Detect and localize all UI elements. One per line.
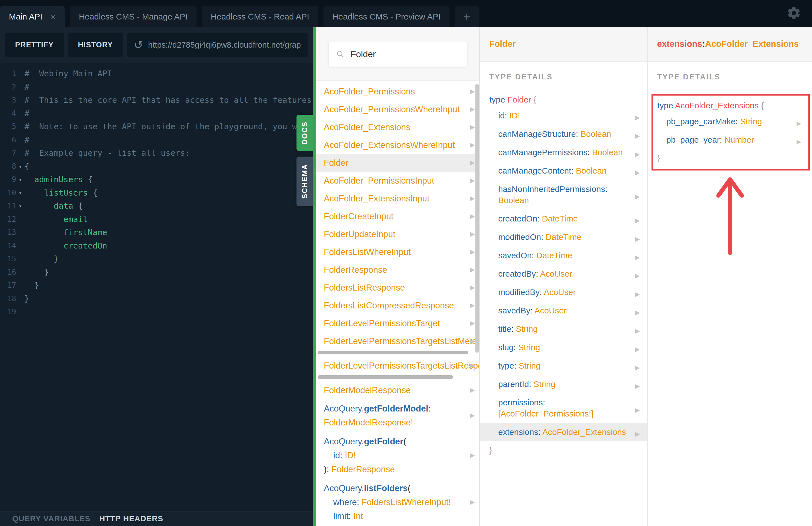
type-list-item[interactable]: FolderUpdateInput▶ [316, 225, 479, 243]
code-segment: AcoQuery. [324, 483, 364, 493]
code-segment: String [516, 324, 538, 334]
type-list-item[interactable]: FolderLevelPermissionsTarget▶ [316, 315, 479, 332]
type-list-item[interactable]: FolderLevelPermissionsTargetsListMeta▶ [316, 332, 479, 350]
refresh-icon[interactable]: ↺ [134, 39, 143, 50]
type-list-item[interactable]: FoldersListWhereInput▶ [316, 243, 479, 261]
type-field-row[interactable]: createdOn: DateTime▶ [480, 209, 647, 228]
code-segment: : [505, 111, 509, 120]
list-item-line: AcoQuery.getFolder( [324, 435, 467, 449]
fold-arrow-icon[interactable]: ▾ [16, 173, 25, 186]
list-item-line: FolderCreateInput [324, 211, 467, 221]
type-open-line: type Folder { [489, 94, 647, 105]
type-list-item[interactable]: FolderCreateInput▶ [316, 207, 479, 225]
fold-gutter [16, 93, 25, 107]
type-list-item[interactable]: AcoFolder_ExtensionsInput▶ [316, 190, 479, 207]
code-segment: : [605, 185, 608, 194]
prettify-button[interactable]: PRETTIFY [5, 33, 64, 57]
type-field-row[interactable]: type: String▶ [480, 356, 647, 375]
graphql-tab[interactable]: Headless CMS - Read API [202, 6, 318, 27]
query-variables-tab[interactable]: QUERY VARIABLES [12, 514, 90, 523]
type-field-row[interactable]: canManageContent: Boolean▶ [480, 162, 647, 180]
close-icon[interactable]: × [50, 12, 56, 21]
http-headers-tab[interactable]: HTTP HEADERS [100, 514, 163, 523]
type-list-item[interactable]: AcoFolder_Permissions▶ [316, 83, 479, 101]
type-list-item[interactable]: AcoQuery.listFolders(where: FoldersListW… [316, 479, 479, 526]
chevron-right-icon: ▶ [470, 249, 475, 255]
type-list-item[interactable]: AcoFolder_PermissionsWhereInput▶ [316, 101, 479, 118]
chevron-right-icon: ▶ [797, 136, 801, 147]
horizontal-scrollbar[interactable] [318, 351, 468, 354]
type-list-item[interactable]: FoldersListCompressedResponse▶ [316, 297, 479, 315]
gear-icon[interactable] [786, 5, 801, 20]
chevron-right-icon: ▶ [470, 302, 475, 309]
type-field-row[interactable]: title: String▶ [480, 320, 647, 338]
endpoint-url-field[interactable]: ↺ [127, 33, 308, 57]
chevron-right-icon: ▶ [635, 191, 640, 202]
type-field-row[interactable]: permissions: [AcoFolder_Permissions!]▶ [480, 393, 647, 423]
type-field-row[interactable]: canManagePermissions: Boolean▶ [480, 143, 647, 162]
editor-line: 12 email [0, 213, 313, 226]
type-field-row[interactable]: canManageStructure: Boolean▶ [480, 125, 647, 143]
schema-side-tab[interactable]: SCHEMA [296, 157, 313, 206]
fold-arrow-icon[interactable]: ▾ [16, 160, 25, 173]
type-list-item[interactable]: AcoFolder_PermissionsInput▶ [316, 172, 479, 190]
type-list-item[interactable]: FolderLevelPermissionsTargetsListRespons… [316, 357, 479, 375]
type-list-item[interactable]: AcoQuery.getFolder(id: ID!): FolderRespo… [316, 432, 479, 479]
list-item-line: AcoQuery.getFolderModel: [324, 402, 467, 416]
code-segment: Boolean [576, 166, 607, 175]
type-field-row[interactable]: modifiedBy: AcoUser▶ [480, 283, 647, 302]
query-editor[interactable]: 1# Webiny Main API2#3# This is the core … [0, 63, 313, 511]
code-segment: title [498, 324, 511, 334]
type-field-row[interactable]: parentId: String▶ [480, 375, 647, 393]
docs-search-area [316, 27, 479, 81]
type-field-row[interactable]: hasNonInheritedPermissions: Boolean▶ [480, 180, 647, 209]
type-list-item[interactable]: AcoFolder_ExtensionsWhereInput▶ [316, 136, 479, 154]
editor-bottom-bar: QUERY VARIABLES HTTP HEADERS [0, 511, 313, 526]
chevron-right-icon: ▶ [470, 284, 475, 291]
code-segment: Folder [324, 158, 348, 168]
graphql-tab[interactable]: Headless CMS - Manage API [70, 6, 197, 27]
code-segment: FolderLevelPermissionsTarget [324, 319, 440, 328]
type-field-row[interactable]: pb_page_carMake: String▶ [653, 112, 808, 131]
type-field-row[interactable]: savedBy: AcoUser▶ [480, 302, 647, 320]
docs-search-input[interactable] [350, 49, 460, 59]
type-list-item[interactable]: FolderModelResponse▶ [316, 381, 479, 399]
code-segment: pb_page_carMake [666, 117, 736, 126]
fold-arrow-icon[interactable]: ▾ [16, 186, 25, 200]
add-tab-button[interactable]: + [455, 6, 479, 27]
type-list-item[interactable]: FoldersListResponse▶ [316, 279, 479, 297]
type-list-item[interactable]: AcoFolder_Extensions▶ [316, 118, 479, 136]
type-field-row[interactable]: id: ID!▶ [480, 106, 647, 125]
type-list-item[interactable]: Folder▶ [316, 154, 479, 172]
type-list-item[interactable]: FolderResponse▶ [316, 261, 479, 279]
docs-vertical-scrollbar[interactable] [475, 84, 479, 353]
type-field-row[interactable]: pb_page_year: Number▶ [653, 131, 808, 149]
type-field-row[interactable]: extensions: AcoFolder_Extensions▶ [480, 423, 647, 441]
code-segment: Boolean [592, 148, 623, 157]
code-text: { [25, 160, 29, 173]
type-field-row[interactable]: createdBy: AcoUser▶ [480, 265, 647, 283]
history-button[interactable]: HISTORY [68, 33, 123, 57]
pane-divider[interactable] [313, 27, 316, 526]
type-field-row[interactable]: slug: String▶ [480, 338, 647, 356]
fold-arrow-icon[interactable]: ▾ [16, 200, 25, 213]
docs-search-box[interactable] [329, 42, 467, 67]
horizontal-scrollbar[interactable] [318, 375, 453, 379]
list-item-line: limit: Int [324, 509, 467, 523]
chevron-right-icon: ▶ [635, 362, 640, 373]
list-item-line: AcoFolder_Extensions [324, 122, 467, 132]
tab-strip: Main API×Headless CMS - Manage APIHeadle… [0, 6, 479, 27]
code-text: } [25, 279, 39, 292]
endpoint-url-input[interactable] [148, 40, 301, 49]
type-field-row[interactable]: savedOn: DateTime▶ [480, 246, 647, 265]
line-number: 12 [0, 213, 16, 226]
graphql-tab[interactable]: Headless CMS - Preview API [323, 6, 449, 27]
line-number: 13 [0, 226, 16, 239]
tab-label: Headless CMS - Manage API [79, 12, 188, 21]
type-list-item[interactable]: AcoQuery.getFolderModel:FolderModelRespo… [316, 399, 479, 432]
line-number: 18 [0, 292, 16, 306]
graphql-tab[interactable]: Main API× [0, 6, 64, 27]
type-field-row[interactable]: modifiedOn: DateTime▶ [480, 228, 647, 246]
docs-side-tab[interactable]: DOCS [296, 115, 313, 151]
chevron-right-icon: ▶ [635, 289, 640, 300]
